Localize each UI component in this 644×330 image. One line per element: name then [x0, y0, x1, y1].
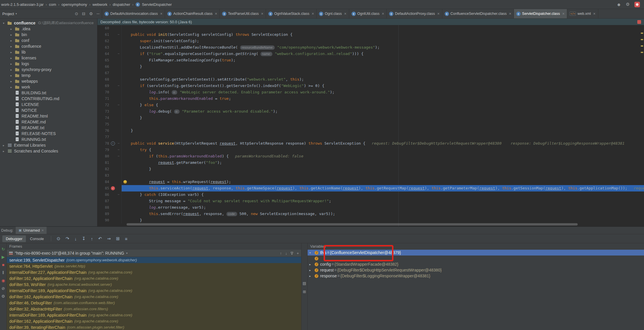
layout-settings-icon[interactable]: ≡ [125, 236, 127, 241]
fold-marker[interactable]: − [116, 191, 121, 198]
settings-gear-icon[interactable]: ⚙ [89, 11, 93, 16]
tree-item[interactable]: ▸synchrony-proxy [0, 67, 97, 72]
fold-marker[interactable]: − [116, 153, 121, 159]
tab-close-icon[interactable]: × [215, 11, 217, 16]
editor-tab[interactable]: cOgnl.class× [317, 9, 349, 18]
chevron-icon[interactable]: ▾ [309, 251, 314, 254]
code-line[interactable]: 85✓ this.serviceAction(request, response… [97, 185, 644, 191]
debug-session-tab[interactable]: ▣ Unnamed × [16, 227, 47, 234]
evaluate-expression-icon[interactable]: ⊞ [116, 236, 120, 241]
filter-icon[interactable]: ∇ [291, 251, 293, 256]
code-line[interactable]: 84 request = this.wrapRequest(request); [97, 179, 644, 185]
code-line[interactable]: 68 servletConfig.getServletContext().set… [97, 76, 644, 83]
code-line[interactable]: 78↑− public void service(HttpServletRequ… [97, 140, 644, 147]
code-line[interactable]: 60 [97, 25, 644, 31]
code-line[interactable]: 72− } else { [97, 102, 644, 108]
breadcrumb-item[interactable]: opensymphony [61, 2, 87, 7]
code-line[interactable]: 71 this.paramsWorkaroundEnabled = true; [97, 95, 644, 102]
tab-close-icon[interactable]: × [344, 11, 346, 16]
tree-item[interactable]: ▸lib [0, 49, 97, 55]
breadcrumb-item[interactable]: dispatcher [113, 2, 130, 7]
stack-frame[interactable]: doFilter:53, WsFilter(org.apache.tomcat.… [7, 281, 301, 288]
fold-marker[interactable]: − [116, 31, 121, 38]
chevron-down-icon[interactable]: ▾ [15, 12, 17, 15]
code-line[interactable]: 66 } [97, 63, 644, 70]
code-line[interactable]: 64− if ("true".equalsIgnoreCase(Configur… [97, 51, 644, 57]
tree-item[interactable]: README.txt [0, 125, 97, 131]
code-line[interactable]: 79− try { [97, 147, 644, 153]
tree-item[interactable]: ▸work [0, 84, 97, 90]
mute-breakpoints-icon[interactable]: ⊘ [1, 286, 5, 291]
code-line[interactable]: 90 } [97, 217, 644, 223]
tab-close-icon[interactable]: × [382, 11, 384, 16]
code-line[interactable]: 61− public void init(ServletConfig servl… [97, 31, 644, 38]
code-line[interactable]: 87 String message = "Could not wrap serv… [97, 198, 644, 204]
code-line[interactable]: 81 request.getParameter("foo"); [97, 159, 644, 166]
tab-close-icon[interactable]: × [509, 11, 511, 16]
step-over-icon[interactable]: ↷ [65, 236, 69, 241]
settings-gear-icon[interactable]: ⚙ [626, 2, 630, 7]
tree-item[interactable]: NOTICE [0, 107, 97, 113]
code-line[interactable]: 80− if (this.paramsWorkaroundEnabled) { … [97, 153, 644, 159]
editor-tab[interactable]: cConfluenceServletDispatcher.class× [442, 9, 514, 18]
code-line[interactable]: 83 [97, 172, 644, 179]
resume-icon[interactable]: ▶ [2, 255, 5, 259]
tree-item[interactable]: README.md [0, 119, 97, 125]
show-execution-point-icon[interactable]: ⊙ [57, 236, 61, 241]
stack-frame[interactable]: internalDoFilter:189, ApplicationFilterC… [7, 288, 301, 294]
code-line[interactable]: 76 } [97, 127, 644, 134]
stack-frame[interactable]: internalDoFilter:227, ApplicationFilterC… [7, 269, 301, 275]
tab-close-icon[interactable]: × [562, 11, 565, 16]
force-step-into-icon[interactable]: ↧ [82, 236, 86, 241]
code-line[interactable]: 67 [97, 70, 644, 76]
chevron-icon[interactable]: ▸ [309, 269, 314, 272]
breadcrumb-item[interactable]: ServletDispatcher [142, 2, 172, 7]
pause-icon[interactable]: ‖ [2, 270, 4, 275]
settings-gear-icon[interactable]: ⚙ [1, 294, 5, 299]
locate-icon[interactable]: ⊙ [75, 11, 78, 16]
stack-frame[interactable]: doFilter:162, ApplicationFilterChain(org… [7, 275, 301, 281]
thread-selector[interactable]: "http-nio-8090-exec-10"@48,374 in group … [7, 250, 301, 257]
code-line[interactable]: 89 this.sendError(request, response, cod… [97, 211, 644, 217]
editor-tab[interactable]: cTextParseUtil.class× [220, 9, 266, 18]
next-frame-icon[interactable]: ↓ [285, 251, 287, 256]
tree-item[interactable]: RUNNING.txt [0, 136, 97, 142]
stack-frame[interactable]: service:764, HttpServlet(javax.servlet.h… [7, 263, 301, 269]
code-line[interactable]: 77 [97, 134, 644, 140]
editor-tab[interactable]: </>web.xml× [567, 9, 598, 18]
hide-icon[interactable]: ─ [97, 11, 100, 16]
intention-bulb-icon[interactable] [123, 180, 127, 184]
tree-item[interactable]: ▸webapps [0, 78, 97, 84]
add-icon[interactable]: + [297, 251, 299, 256]
editor-tab[interactable]: cOgnlValueStack.class× [266, 9, 317, 18]
tree-item[interactable]: BUILDING.txt [0, 90, 97, 96]
breadcrumb-item[interactable]: webwork [93, 2, 107, 7]
variable-row[interactable]: ▸fconfig={StandardWrapperFacade@48382} [308, 261, 644, 267]
drop-frame-icon[interactable]: ↶ [98, 236, 102, 241]
stack-frame[interactable]: doFilter:162, ApplicationFilterChain(org… [7, 318, 301, 324]
stack-frame[interactable]: service:199, ServletDispatcher(com.opens… [7, 257, 301, 263]
editor-tab[interactable]: cDefaultActionInvocation.class× [102, 9, 165, 18]
tab-close-icon[interactable]: × [261, 11, 263, 16]
editor-tab[interactable]: cActionChainResult.class× [165, 9, 220, 18]
stack-frame[interactable]: doFilter:46, DebugFilter(com.atlassian.c… [7, 300, 301, 306]
tree-item[interactable]: ▸temp [0, 72, 97, 78]
code-line[interactable]: 69− if (servletConfig.getServletContext(… [97, 83, 644, 89]
collapse-all-icon[interactable]: ⊟ [82, 11, 86, 16]
variable-row[interactable]: ▾fthis={ConfluenceServletDispatcher@4837… [308, 250, 644, 256]
view-breakpoints-icon[interactable]: ◉ [1, 278, 5, 283]
code-line[interactable]: 62 super.init(servletConfig); [97, 38, 644, 44]
tree-item[interactable]: ▸conf [0, 38, 97, 43]
code-line[interactable]: 65 FileManager.setReloadingConfigs(true)… [97, 57, 644, 63]
breakpoint-icon[interactable]: ✓ [111, 186, 115, 190]
tab-close-icon[interactable]: × [593, 11, 595, 16]
override-marker-icon[interactable]: ↑ [111, 141, 115, 146]
editor-horizontal-scrollbar[interactable] [127, 223, 578, 226]
run-to-cursor-icon[interactable]: ⇒ [107, 236, 111, 241]
stack-frame[interactable]: doFilter:39, IteratingFilterChain(com.at… [7, 324, 301, 330]
breadcrumb-item[interactable]: work-2.1.5-atlassian-3.jar [1, 2, 44, 7]
tree-item[interactable]: ▾confluenceG:\源码调试\atlassian\confluence [0, 20, 97, 26]
fold-marker[interactable]: − [116, 51, 121, 57]
tree-item[interactable]: ▸External Libraries [0, 142, 97, 148]
tree-item[interactable]: CONTRIBUTING.md [0, 96, 97, 102]
